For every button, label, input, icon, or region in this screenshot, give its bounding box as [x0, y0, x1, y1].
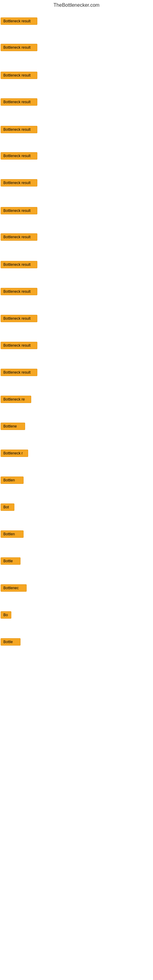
bottleneck-result-badge[interactable]: Bottleneck result	[1, 207, 37, 215]
bottleneck-result-badge[interactable]: Bottleneck result	[1, 261, 37, 268]
bottleneck-result-badge[interactable]: Bottleneck result	[1, 369, 37, 376]
badge-row-3: Bottleneck result	[1, 72, 37, 80]
badge-row-1: Bottleneck result	[1, 18, 37, 26]
bottleneck-result-badge[interactable]: Bot	[1, 503, 14, 511]
badge-row-5: Bottleneck result	[1, 126, 37, 134]
badge-row-2: Bottleneck result	[1, 44, 37, 52]
bottleneck-result-badge[interactable]: Bottlen	[1, 530, 24, 538]
bottleneck-result-badge[interactable]: Bottleneck result	[1, 342, 37, 349]
badge-row-19: Bot	[1, 503, 14, 512]
bottleneck-result-badge[interactable]: Bo	[1, 611, 11, 619]
badge-row-4: Bottleneck result	[1, 98, 37, 107]
badge-row-20: Bottlen	[1, 530, 24, 539]
bottleneck-result-badge[interactable]: Bottleneck re	[1, 396, 31, 403]
badge-row-11: Bottleneck result	[1, 288, 37, 296]
badge-row-6: Bottleneck result	[1, 152, 37, 161]
badge-row-10: Bottleneck result	[1, 261, 37, 269]
bottleneck-result-badge[interactable]: Bottleneck result	[1, 179, 37, 186]
bottleneck-result-badge[interactable]: Bottleneck r	[1, 450, 28, 457]
badge-row-17: Bottleneck r	[1, 450, 28, 458]
bottleneck-result-badge[interactable]: Bottleneck result	[1, 233, 37, 241]
bottleneck-result-badge[interactable]: Bottlene	[1, 423, 25, 430]
badge-row-13: Bottleneck result	[1, 342, 37, 350]
bottleneck-result-badge[interactable]: Bottleneck result	[1, 72, 37, 79]
badge-row-21: Bottle	[1, 557, 21, 566]
badge-row-22: Bottlenec	[1, 584, 27, 593]
badge-row-23: Bo	[1, 611, 11, 620]
bottleneck-result-badge[interactable]: Bottleneck result	[1, 44, 37, 51]
badge-row-9: Bottleneck result	[1, 233, 37, 242]
bottleneck-result-badge[interactable]: Bottleneck result	[1, 315, 37, 322]
badge-row-7: Bottleneck result	[1, 179, 37, 188]
badge-row-16: Bottlene	[1, 423, 25, 431]
badge-row-12: Bottleneck result	[1, 315, 37, 323]
badge-row-18: Bottlen	[1, 477, 24, 485]
badge-row-15: Bottleneck re	[1, 396, 31, 404]
bottleneck-result-badge[interactable]: Bottleneck result	[1, 98, 37, 106]
site-title: TheBottlenecker.com	[0, 0, 153, 9]
bottleneck-result-badge[interactable]: Bottle	[1, 557, 21, 565]
bottleneck-result-badge[interactable]: Bottlenec	[1, 584, 27, 592]
bottleneck-result-badge[interactable]: Bottleneck result	[1, 126, 37, 133]
bottleneck-result-badge[interactable]: Bottleneck result	[1, 152, 37, 159]
badge-row-14: Bottleneck result	[1, 369, 37, 377]
bottleneck-result-badge[interactable]: Bottleneck result	[1, 18, 37, 25]
badge-row-8: Bottleneck result	[1, 207, 37, 216]
bottleneck-result-badge[interactable]: Bottlen	[1, 477, 24, 484]
bottleneck-result-badge[interactable]: Bottle	[1, 638, 21, 646]
bottleneck-result-badge[interactable]: Bottleneck result	[1, 288, 37, 295]
badge-row-24: Bottle	[1, 638, 21, 647]
